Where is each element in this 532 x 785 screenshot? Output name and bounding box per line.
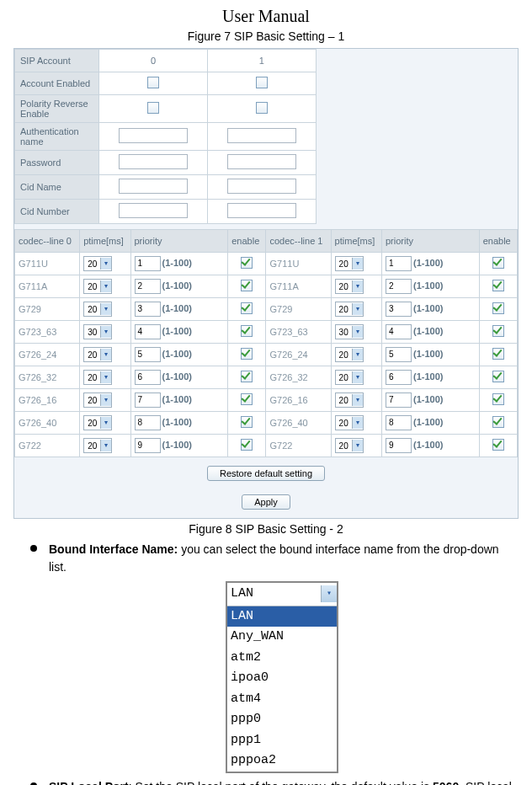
codec-row: G726_3220▾6(1-100)G726_3220▾6(1-100)	[15, 366, 518, 389]
enable-checkbox[interactable]	[492, 371, 504, 382]
priority-input[interactable]: 7	[135, 392, 161, 408]
cidname-1-input[interactable]	[227, 179, 296, 194]
ptime-select[interactable]: 30▾	[335, 324, 364, 339]
enable-checkbox[interactable]	[241, 257, 253, 269]
dropdown-option[interactable]: Any_WAN	[227, 627, 337, 648]
row-cidname-label: Cid Name	[15, 175, 99, 200]
col-codec-line1: codec--line 1	[266, 230, 331, 253]
priority-input[interactable]: 6	[386, 370, 412, 385]
codec-name: G726_24	[19, 350, 56, 360]
enable-checkbox[interactable]	[241, 439, 253, 451]
chevron-down-icon: ▾	[352, 280, 363, 292]
ptime-select[interactable]: 20▾	[83, 415, 112, 430]
enable-checkbox[interactable]	[492, 439, 504, 451]
priority-input[interactable]: 2	[386, 279, 412, 294]
dropdown-option[interactable]: atm2	[227, 648, 337, 669]
enable-checkbox[interactable]	[241, 393, 253, 405]
figure-caption-2: Figure 8 SIP Basic Setting - 2	[8, 522, 524, 536]
polarity-1-checkbox[interactable]	[256, 102, 268, 114]
codec-name: G726_16	[19, 395, 56, 405]
priority-input[interactable]: 3	[386, 302, 412, 317]
apply-button[interactable]: Apply	[242, 494, 290, 510]
enable-checkbox[interactable]	[492, 280, 504, 291]
authname-1-input[interactable]	[227, 128, 296, 143]
enable-checkbox[interactable]	[492, 325, 504, 337]
ptime-select[interactable]: 20▾	[335, 347, 364, 362]
ptime-select[interactable]: 20▾	[83, 279, 112, 294]
cidnumber-0-input[interactable]	[119, 203, 188, 218]
priority-hint: (1-100)	[162, 417, 192, 427]
enable-checkbox[interactable]	[241, 371, 253, 382]
enable-checkbox[interactable]	[492, 302, 504, 314]
priority-input[interactable]: 8	[135, 415, 161, 430]
codec-name: G726_24	[269, 350, 307, 360]
dropdown-option[interactable]: ppp0	[227, 709, 337, 730]
sip-settings-screenshot: SIP Account 0 1 Account Enabled Polarity…	[13, 48, 519, 519]
bound-interface-label: Bound Interface Name:	[49, 542, 178, 556]
chevron-down-icon: ▾	[352, 349, 363, 360]
priority-input[interactable]: 6	[135, 370, 161, 385]
ptime-select[interactable]: 20▾	[335, 415, 364, 430]
priority-hint: (1-100)	[413, 303, 443, 313]
priority-input[interactable]: 9	[386, 438, 412, 453]
account-enabled-0-checkbox[interactable]	[147, 77, 159, 88]
chevron-down-icon: ▾	[100, 440, 111, 451]
enable-checkbox[interactable]	[241, 348, 253, 360]
codec-name: G711U	[269, 259, 299, 269]
priority-input[interactable]: 9	[135, 438, 161, 453]
ptime-select[interactable]: 20▾	[335, 370, 364, 385]
priority-input[interactable]: 1	[135, 256, 161, 271]
account-enabled-1-checkbox[interactable]	[256, 77, 268, 88]
dropdown-option[interactable]: ipoa0	[227, 668, 337, 689]
bound-interface-dropdown[interactable]: LAN ▾ LANAny_WANatm2ipoa0atm4ppp0ppp1ppp…	[226, 581, 338, 773]
ptime-select[interactable]: 30▾	[83, 324, 112, 339]
dropdown-option[interactable]: ppp1	[227, 730, 337, 751]
dropdown-option[interactable]: pppoa2	[227, 750, 337, 772]
enable-checkbox[interactable]	[241, 280, 253, 291]
password-1-input[interactable]	[227, 154, 296, 169]
priority-input[interactable]: 3	[135, 302, 161, 317]
ptime-select[interactable]: 20▾	[335, 302, 364, 317]
ptime-select[interactable]: 20▾	[83, 302, 112, 317]
chevron-down-icon: ▾	[100, 258, 111, 270]
enable-checkbox[interactable]	[492, 416, 504, 428]
chevron-down-icon[interactable]: ▾	[321, 585, 337, 602]
enable-checkbox[interactable]	[241, 302, 253, 314]
ptime-select[interactable]: 20▾	[83, 370, 112, 385]
password-0-input[interactable]	[119, 154, 188, 169]
polarity-0-checkbox[interactable]	[147, 102, 159, 114]
ptime-select[interactable]: 20▾	[335, 256, 364, 271]
cidnumber-1-input[interactable]	[227, 203, 296, 218]
cidname-0-input[interactable]	[119, 179, 188, 194]
col-ptime-1: ptime[ms]	[331, 230, 381, 253]
priority-input[interactable]: 2	[135, 279, 161, 294]
ptime-select[interactable]: 20▾	[83, 256, 112, 271]
dropdown-option[interactable]: LAN	[227, 606, 337, 627]
enable-checkbox[interactable]	[241, 416, 253, 428]
enable-checkbox[interactable]	[241, 325, 253, 337]
priority-hint: (1-100)	[162, 326, 192, 336]
codec-name: G723_63	[19, 327, 56, 337]
priority-input[interactable]: 8	[386, 415, 412, 430]
ptime-select[interactable]: 20▾	[83, 347, 112, 362]
priority-input[interactable]: 4	[386, 324, 412, 339]
priority-input[interactable]: 4	[135, 324, 161, 339]
ptime-select[interactable]: 20▾	[335, 392, 364, 408]
priority-input[interactable]: 5	[135, 347, 161, 362]
priority-hint: (1-100)	[413, 394, 443, 404]
priority-input[interactable]: 7	[386, 392, 412, 408]
chevron-down-icon: ▾	[352, 303, 363, 315]
ptime-select[interactable]: 20▾	[335, 438, 364, 453]
restore-default-button[interactable]: Restore default setting	[207, 466, 325, 481]
authname-0-input[interactable]	[119, 128, 188, 143]
ptime-select[interactable]: 20▾	[83, 392, 112, 408]
dropdown-option[interactable]: atm4	[227, 689, 337, 710]
ptime-select[interactable]: 20▾	[335, 279, 364, 294]
ptime-select[interactable]: 20▾	[83, 438, 112, 453]
codec-name: G729	[269, 304, 292, 314]
enable-checkbox[interactable]	[492, 348, 504, 360]
enable-checkbox[interactable]	[492, 393, 504, 405]
priority-input[interactable]: 5	[386, 347, 412, 362]
priority-input[interactable]: 1	[386, 256, 412, 271]
enable-checkbox[interactable]	[492, 257, 504, 269]
